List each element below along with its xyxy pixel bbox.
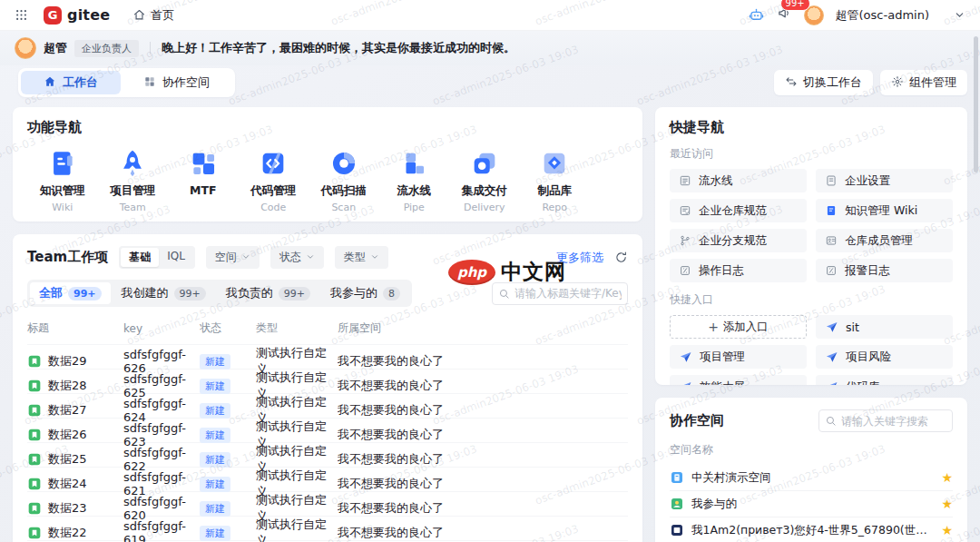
mode-segmented-control: 基础 IQL xyxy=(119,246,195,269)
quick-nav-item-label: 企业仓库规范 xyxy=(699,203,767,219)
row-title: 数据22 xyxy=(48,525,87,541)
team-tab-label: 我负责的 xyxy=(226,285,273,301)
quick-nav-item-label: 项目管理 xyxy=(700,350,745,365)
star-icon[interactable]: ★ xyxy=(941,497,953,511)
wiki-icon xyxy=(44,144,82,182)
notification-count-badge: 99+ xyxy=(780,0,810,11)
space-row[interactable]: 我参与的 ★ xyxy=(670,491,953,517)
collab-spaces-card: 协作空间 空间名称 中关村演示空间 ★ 我参与的 ★ 我1Am2(привет3… xyxy=(655,398,967,542)
vertical-scrollbar[interactable] xyxy=(974,36,978,172)
table-row[interactable]: 数据24 sdfsfgfggf-621 新建 测试执行自定义 我不想要我的良心了 xyxy=(27,467,628,491)
function-nav-item[interactable]: 项目管理 Team xyxy=(98,144,169,213)
table-row[interactable]: 数据22 sdfsfgfggf-619 新建 测试执行自定义 我不想要我的良心了 xyxy=(27,516,628,540)
team-tab[interactable]: 全部 99+ xyxy=(30,282,111,304)
quick-nav-item[interactable]: 企业分支规范 xyxy=(670,229,807,252)
row-space: 我不想要我的良心了 xyxy=(338,353,628,370)
star-icon[interactable]: ★ xyxy=(941,470,953,485)
quick-nav-item-label: sit xyxy=(846,320,859,334)
row-title: 数据27 xyxy=(48,402,87,419)
entry-label: 快捷入口 xyxy=(670,292,953,308)
apps-grid-icon[interactable] xyxy=(15,8,28,22)
quick-nav-item[interactable]: 仓库成员管理 xyxy=(816,229,953,252)
plus-icon: + xyxy=(708,320,719,334)
gitee-brand[interactable]: G gitee xyxy=(44,6,110,25)
filter-dropdown[interactable]: 类型 xyxy=(335,246,388,269)
function-nav-item[interactable]: 知识管理 Wiki xyxy=(27,144,98,213)
filter-dropdown[interactable]: 状态 xyxy=(270,246,324,269)
quick-nav-item[interactable]: 项目管理 xyxy=(670,345,807,369)
user-name: 超管(osc-admin) xyxy=(836,7,929,24)
table-row[interactable]: 数据26 sdfsfgfggf-623 新建 测试执行自定义 我不想要我的良心了 xyxy=(27,418,628,442)
quick-nav-item[interactable]: sit xyxy=(816,315,953,339)
table-row[interactable]: 数据28 sdfsfgfggf-625 新建 测试执行自定义 我不想要我的良心了 xyxy=(27,369,628,393)
home-outline-icon xyxy=(132,8,146,22)
mode-iql[interactable]: IQL xyxy=(159,248,193,267)
mode-basic[interactable]: 基础 xyxy=(121,248,159,267)
tab-workbench[interactable]: 工作台 xyxy=(21,71,121,94)
work-item-icon xyxy=(27,526,42,540)
function-nav-item[interactable]: 集成交付 Delivery xyxy=(449,144,520,213)
star-icon[interactable]: ★ xyxy=(941,523,953,537)
quick-nav-item[interactable]: 报警日志 xyxy=(816,259,953,282)
filter-dropdown[interactable]: 空间 xyxy=(206,246,260,269)
function-nav-item[interactable]: 代码管理 Code xyxy=(239,144,309,213)
space-row[interactable]: 我1Am2(привет3)您好4-世界5_67890(世界)-结世界123..… xyxy=(670,517,953,542)
status-badge: 新建 xyxy=(200,403,230,419)
refresh-icon[interactable] xyxy=(614,251,628,264)
switch-workbench-button[interactable]: 切换工作台 xyxy=(774,70,873,95)
function-nav-item[interactable]: 代码扫描 Scan xyxy=(309,144,379,213)
scan-icon xyxy=(325,144,363,182)
announcement-icon[interactable]: 99+ xyxy=(777,5,792,25)
filter-label: 状态 xyxy=(279,250,301,265)
nav-home-link[interactable]: 首页 xyxy=(132,7,174,24)
function-nav-title: 功能导航 xyxy=(27,119,628,136)
team-tab[interactable]: 我负责的 99+ xyxy=(217,282,319,304)
component-manage-label: 组件管理 xyxy=(909,74,956,91)
chevron-down-icon xyxy=(306,251,315,264)
function-nav-item[interactable]: 流水线 Pipe xyxy=(379,144,450,213)
table-row[interactable]: 数据23 sdfsfgfggf-620 新建 测试执行自定义 我不想要我的良心了 xyxy=(27,491,628,516)
row-space: 我不想要我的良心了 xyxy=(338,451,628,468)
chevron-down-icon[interactable] xyxy=(954,9,965,21)
team-tab[interactable]: 我参与的 8 xyxy=(321,282,409,304)
ic-repo-norm-icon xyxy=(679,204,691,217)
home-filled-icon xyxy=(44,75,56,91)
quick-nav-item[interactable]: 项目风险 xyxy=(816,345,953,369)
table-row[interactable]: 数据27 sdfsfgfggf-624 新建 测试执行自定义 我不想要我的良心了 xyxy=(27,393,628,418)
quick-nav-item[interactable]: 企业仓库规范 xyxy=(670,199,807,222)
space-row[interactable]: 中关村演示空间 ★ xyxy=(670,465,953,491)
quick-nav-item[interactable]: 操作日志 xyxy=(670,259,807,282)
function-nav-item[interactable]: 制品库 Repo xyxy=(520,144,591,213)
component-manage-button[interactable]: 组件管理 xyxy=(880,70,967,95)
function-nav-label: 代码管理 xyxy=(250,183,296,199)
row-space: 我不想要我的良心了 xyxy=(338,525,628,541)
quick-nav-item[interactable]: 知识管理 Wiki xyxy=(816,199,953,222)
quick-nav-item[interactable]: 效能大屏 xyxy=(670,375,807,385)
function-nav-sublabel: Code xyxy=(260,202,286,213)
tab-collab-space[interactable]: 协作空间 xyxy=(121,71,232,94)
table-row[interactable]: 数据29 sdfsfgfggf-626 新建 测试执行自定义 我不想要我的良心了 xyxy=(27,344,628,369)
top-navbar: G gitee 首页 99+ 超管(osc-admin) xyxy=(0,0,980,31)
spaces-search-input[interactable] xyxy=(818,409,953,432)
team-title: Team工作项 xyxy=(27,249,108,266)
quick-nav-item[interactable]: 企业设置 xyxy=(816,169,953,192)
table-row[interactable]: 数据25 sdfsfgfggf-622 新建 测试执行自定义 我不想要我的良心了 xyxy=(27,442,628,467)
function-nav-sublabel: Team xyxy=(120,202,146,213)
team-tab-label: 全部 xyxy=(39,285,63,301)
switch-workbench-label: 切换工作台 xyxy=(803,74,862,91)
work-item-icon xyxy=(27,477,42,491)
row-key: sdfsfgfggf-623 xyxy=(123,421,200,448)
function-nav-sublabel: Delivery xyxy=(464,202,505,213)
status-badge: 新建 xyxy=(200,379,230,394)
add-entry-button[interactable]: + 添加入口 xyxy=(670,315,807,339)
function-nav-item[interactable]: MTF xyxy=(168,144,239,213)
quick-nav-item[interactable]: 流水线 xyxy=(670,169,807,192)
quick-nav-card: 快捷导航 最近访问 流水线 企业设置 企业仓库规范 知识管理 Wiki 企业分支… xyxy=(655,107,967,385)
quick-nav-item[interactable]: 代码库 xyxy=(816,375,953,385)
ic-log-icon xyxy=(679,264,691,277)
filter-label: 类型 xyxy=(344,250,366,265)
robot-assistant-icon[interactable] xyxy=(748,6,765,24)
row-title: 数据26 xyxy=(48,427,87,443)
team-tab[interactable]: 我创建的 99+ xyxy=(113,282,215,304)
space-name: 我1Am2(привет3)您好4-世界5_67890(世界)-结世界123..… xyxy=(691,523,934,538)
